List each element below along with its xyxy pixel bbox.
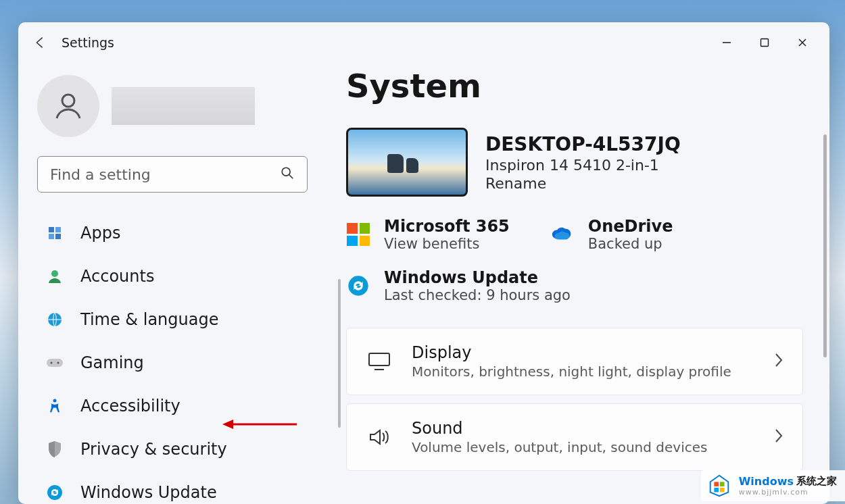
card-sound[interactable]: Sound Volume levels, output, input, soun… — [346, 403, 803, 471]
svg-point-15 — [57, 362, 59, 364]
sidebar-item-accounts[interactable]: Accounts — [37, 264, 321, 288]
desktop-wallpaper: Settings — [0, 0, 845, 504]
settings-cards: Display Monitors, brightness, night ligh… — [346, 328, 803, 471]
sidebar-nav: Apps Accounts Time & language — [37, 221, 321, 504]
status-title: Windows Update — [384, 268, 571, 287]
search-box[interactable] — [37, 156, 308, 193]
close-button[interactable] — [793, 33, 812, 52]
watermark-logo-icon — [706, 473, 732, 499]
sidebar-item-time-language[interactable]: Time & language — [37, 307, 321, 332]
device-thumbnail[interactable] — [346, 128, 468, 197]
gamepad-icon — [45, 353, 64, 372]
sound-icon — [366, 428, 393, 447]
settings-window: Settings — [18, 22, 829, 504]
watermark: Windows系统之家 www.bjjmlv.com — [701, 470, 845, 501]
svg-rect-24 — [720, 482, 725, 486]
device-summary: DESKTOP-4L537JQ Inspiron 14 5410 2-in-1 … — [346, 128, 812, 197]
svg-rect-26 — [720, 488, 725, 493]
card-sub: Volume levels, output, input, sound devi… — [412, 439, 707, 455]
account-icon — [45, 267, 64, 286]
status-title: Microsoft 365 — [384, 217, 510, 236]
status-sub: View benefits — [384, 236, 510, 252]
sidebar-item-windows-update[interactable]: Windows Update — [37, 480, 321, 504]
sidebar-item-label: Windows Update — [80, 483, 217, 502]
svg-point-5 — [282, 168, 290, 176]
sidebar-item-label: Accessibility — [80, 397, 180, 415]
svg-rect-8 — [55, 227, 61, 232]
svg-line-6 — [289, 175, 293, 179]
onedrive-icon — [550, 222, 575, 247]
sidebar-item-gaming[interactable]: Gaming — [37, 351, 321, 375]
svg-rect-25 — [714, 488, 719, 493]
update-icon — [45, 483, 64, 502]
sidebar-item-apps[interactable]: Apps — [37, 221, 321, 245]
microsoft-logo-icon — [346, 222, 370, 247]
svg-point-4 — [62, 95, 74, 107]
minimize-button[interactable] — [717, 33, 736, 52]
status-onedrive[interactable]: OneDrive Backed up — [550, 217, 673, 252]
svg-point-14 — [51, 362, 53, 364]
search-icon — [280, 166, 295, 183]
watermark-url: www.bjjmlv.com — [739, 488, 837, 497]
status-sub: Backed up — [588, 236, 673, 252]
svg-rect-23 — [714, 482, 719, 486]
card-display[interactable]: Display Monitors, brightness, night ligh… — [346, 328, 803, 395]
rename-link[interactable]: Rename — [485, 175, 681, 192]
watermark-brand: Windows — [739, 475, 794, 488]
accessibility-icon — [45, 397, 64, 415]
card-sub: Monitors, brightness, night light, displ… — [412, 363, 731, 380]
page-title: System — [346, 67, 812, 105]
card-title: Display — [412, 343, 731, 362]
username-redacted — [112, 87, 255, 125]
svg-rect-13 — [47, 359, 63, 367]
svg-rect-9 — [49, 234, 54, 239]
device-name: DESKTOP-4L537JQ — [485, 133, 681, 155]
titlebar: Settings — [18, 22, 829, 63]
apps-icon — [45, 224, 64, 243]
profile-block[interactable] — [37, 75, 333, 137]
window-controls — [717, 33, 816, 52]
main-scrollbar[interactable] — [823, 134, 827, 357]
status-sub: Last checked: 9 hours ago — [384, 287, 571, 303]
sidebar-item-privacy-security[interactable]: Privacy & security — [37, 437, 321, 461]
main-content: System DESKTOP-4L537JQ Inspiron 14 5410 … — [346, 63, 829, 504]
sidebar-item-label: Gaming — [80, 353, 144, 372]
sidebar-item-accessibility[interactable]: Accessibility — [37, 394, 321, 418]
sidebar-item-label: Apps — [80, 224, 120, 243]
sidebar-item-label: Time & language — [80, 310, 218, 329]
svg-rect-10 — [55, 234, 61, 239]
device-model: Inspiron 14 5410 2-in-1 — [485, 157, 681, 174]
card-title: Sound — [412, 419, 707, 438]
search-input[interactable] — [50, 166, 295, 183]
avatar — [37, 75, 99, 137]
display-icon — [366, 352, 393, 371]
chevron-right-icon — [774, 353, 783, 370]
sidebar-item-label: Privacy & security — [80, 440, 227, 459]
back-button[interactable] — [32, 34, 48, 51]
sidebar: Apps Accounts Time & language — [18, 63, 346, 504]
window-title: Settings — [62, 35, 114, 50]
chevron-right-icon — [774, 428, 783, 446]
svg-rect-21 — [369, 353, 389, 366]
shield-icon — [45, 440, 64, 459]
svg-point-11 — [51, 270, 58, 277]
svg-rect-7 — [49, 227, 54, 232]
sidebar-item-label: Accounts — [80, 267, 154, 286]
maximize-button[interactable] — [755, 33, 774, 52]
status-windows-update[interactable]: Windows Update Last checked: 9 hours ago — [346, 268, 571, 303]
globe-clock-icon — [45, 310, 64, 329]
watermark-cn: 系统之家 — [796, 475, 837, 488]
svg-rect-1 — [761, 39, 769, 47]
status-microsoft365[interactable]: Microsoft 365 View benefits — [346, 217, 510, 252]
svg-point-16 — [53, 399, 57, 403]
status-title: OneDrive — [588, 217, 673, 236]
update-status-icon — [346, 274, 370, 298]
sidebar-scrollbar[interactable] — [338, 279, 341, 428]
